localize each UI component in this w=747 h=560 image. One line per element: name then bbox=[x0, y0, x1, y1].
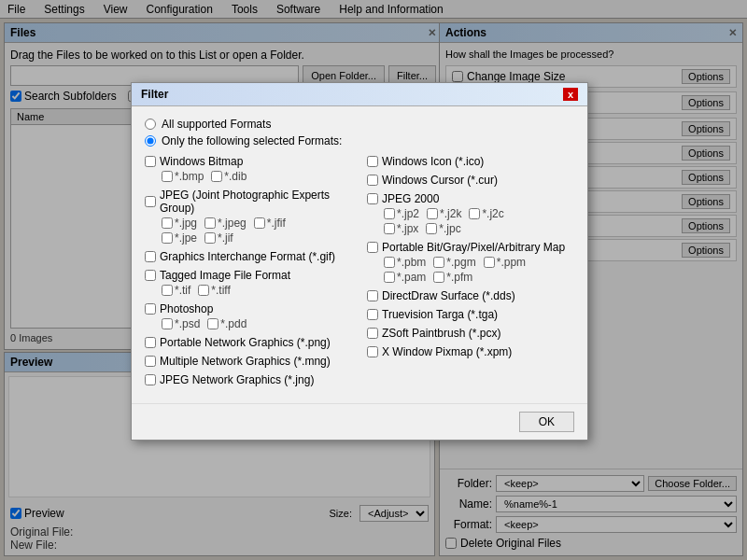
all-formats-radio-label: All supported Formats bbox=[145, 118, 574, 131]
tiff-label: Tagged Image File Format bbox=[160, 269, 290, 282]
j2c-checkbox[interactable] bbox=[469, 208, 480, 219]
all-formats-radio[interactable] bbox=[145, 119, 156, 130]
pnm-label: Portable Bit/Gray/Pixel/Arbitrary Map bbox=[382, 241, 565, 254]
j2k-checkbox[interactable] bbox=[427, 208, 438, 219]
ico-checkbox[interactable] bbox=[367, 156, 378, 167]
pdd-checkbox[interactable] bbox=[207, 318, 218, 329]
jpeg-ext-checkbox[interactable] bbox=[204, 217, 216, 229]
all-formats-text: All supported Formats bbox=[162, 118, 271, 131]
jpeg-checkbox[interactable] bbox=[145, 196, 156, 207]
gif-label: Graphics Interchange Format (*.gif) bbox=[160, 250, 335, 263]
only-selected-text: Only the following selected Formats: bbox=[162, 134, 342, 147]
jpeg2000-label: JPEG 2000 bbox=[382, 192, 439, 205]
pcx-label: ZSoft Paintbrush (*.pcx) bbox=[382, 327, 500, 340]
jpe-checkbox[interactable] bbox=[162, 232, 173, 244]
only-selected-radio-label: Only the following selected Formats: bbox=[145, 134, 574, 147]
jfif-checkbox[interactable] bbox=[254, 217, 265, 229]
dialog-close-btn[interactable]: x bbox=[563, 88, 578, 101]
jpg-checkbox[interactable] bbox=[162, 217, 173, 229]
windows-bitmap-checkbox[interactable] bbox=[145, 156, 156, 167]
psd-ext-checkbox[interactable] bbox=[162, 318, 173, 329]
jpc-checkbox[interactable] bbox=[426, 223, 437, 234]
jif-checkbox[interactable] bbox=[204, 232, 216, 244]
mng-checkbox[interactable] bbox=[145, 356, 156, 367]
tiff-ext-checkbox[interactable] bbox=[198, 285, 209, 296]
psd-checkbox[interactable] bbox=[145, 303, 156, 315]
gif-checkbox[interactable] bbox=[145, 251, 156, 262]
psd-label: Photoshop bbox=[160, 302, 213, 315]
png-checkbox[interactable] bbox=[145, 337, 156, 348]
dib-checkbox[interactable] bbox=[211, 171, 222, 182]
jpeg-label: JPEG (Joint Photographic Experts Group) bbox=[160, 189, 352, 215]
jpx-checkbox[interactable] bbox=[384, 223, 395, 234]
cur-checkbox[interactable] bbox=[367, 175, 378, 186]
formats-grid: Windows Bitmap *.bmp *.dib JPEG (Joint P… bbox=[145, 155, 574, 392]
filter-dialog: Filter x All supported Formats Only the … bbox=[131, 82, 588, 441]
ppm-checkbox[interactable] bbox=[484, 257, 495, 268]
pam-checkbox[interactable] bbox=[384, 272, 395, 283]
png-label: Portable Network Graphics (*.png) bbox=[160, 336, 331, 349]
xpm-label: X Window Pixmap (*.xpm) bbox=[382, 345, 512, 358]
dialog-overlay: Filter x All supported Formats Only the … bbox=[0, 0, 747, 560]
ico-label: Windows Icon (*.ico) bbox=[382, 155, 484, 168]
bmp-checkbox[interactable] bbox=[162, 171, 173, 182]
dds-checkbox[interactable] bbox=[367, 290, 378, 301]
ok-button[interactable]: OK bbox=[519, 412, 574, 432]
windows-bitmap-label: Windows Bitmap bbox=[160, 155, 243, 168]
jpeg2000-checkbox[interactable] bbox=[367, 193, 378, 204]
dds-label: DirectDraw Surface (*.dds) bbox=[382, 289, 515, 302]
xpm-checkbox[interactable] bbox=[367, 346, 378, 357]
tiff-checkbox[interactable] bbox=[145, 270, 156, 281]
pfm-checkbox[interactable] bbox=[433, 272, 444, 283]
cur-label: Windows Cursor (*.cur) bbox=[382, 174, 498, 187]
jng-checkbox[interactable] bbox=[145, 374, 156, 385]
tif-checkbox[interactable] bbox=[162, 285, 173, 296]
only-selected-radio[interactable] bbox=[145, 135, 156, 147]
pgm-checkbox[interactable] bbox=[433, 257, 444, 268]
tga-checkbox[interactable] bbox=[367, 309, 378, 320]
dialog-title-text: Filter bbox=[141, 88, 168, 101]
mng-label: Multiple Network Graphics (*.mng) bbox=[160, 355, 331, 368]
jp2-checkbox[interactable] bbox=[384, 208, 395, 219]
pnm-checkbox[interactable] bbox=[367, 242, 378, 253]
jng-label: JPEG Network Graphics (*.jng) bbox=[160, 373, 314, 386]
tga-label: Truevision Targa (*.tga) bbox=[382, 308, 498, 321]
pbm-checkbox[interactable] bbox=[384, 257, 395, 268]
pcx-checkbox[interactable] bbox=[367, 328, 378, 339]
